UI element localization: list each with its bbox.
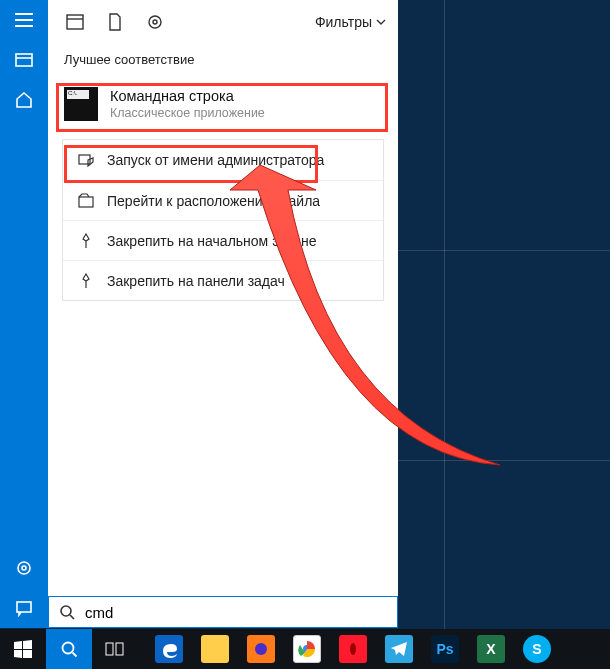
result-text: Командная строка Классическое приложение	[110, 88, 265, 119]
context-pin-start[interactable]: Закрепить на начальном экране	[63, 220, 383, 260]
svg-point-5	[149, 16, 161, 28]
svg-rect-0	[16, 54, 32, 66]
result-title: Командная строка	[110, 88, 265, 105]
recent-icon	[15, 51, 33, 69]
chevron-down-icon	[376, 19, 386, 25]
svg-point-10	[63, 643, 74, 654]
search-result-cmd[interactable]: C:\. Командная строка Классическое прило…	[48, 77, 398, 131]
scope-settings-button[interactable]	[136, 5, 174, 39]
context-label: Запуск от имени администратора	[107, 152, 324, 168]
cortana-rail	[0, 0, 48, 628]
svg-rect-4	[67, 15, 83, 29]
cmd-thumbnail-text: C:\.	[68, 90, 77, 96]
apps-icon	[66, 14, 84, 30]
search-icon	[59, 604, 75, 620]
taskbar-app-photoshop[interactable]: Ps	[422, 629, 468, 669]
taskbar: Ps X S	[0, 629, 610, 669]
search-input-bar[interactable]: cmd	[48, 596, 398, 628]
filters-label: Фильтры	[315, 14, 372, 30]
context-run-as-admin[interactable]: Запуск от имени администратора	[63, 140, 383, 180]
skype-icon: S	[523, 635, 551, 663]
pin-taskbar-icon	[77, 273, 95, 289]
cmd-thumbnail-icon: C:\.	[64, 87, 98, 121]
opera-icon	[339, 635, 367, 663]
taskbar-app-skype[interactable]: S	[514, 629, 560, 669]
svg-rect-12	[116, 643, 123, 655]
search-query-text: cmd	[85, 604, 113, 621]
svg-point-1	[18, 562, 30, 574]
svg-rect-3	[17, 602, 31, 612]
feedback-icon	[15, 599, 33, 617]
rail-feedback-button[interactable]	[0, 588, 48, 628]
rail-menu-button[interactable]	[0, 0, 48, 40]
pin-start-icon	[77, 233, 95, 249]
scope-documents-button[interactable]	[96, 5, 134, 39]
document-icon	[108, 13, 122, 31]
taskbar-app-firefox[interactable]	[238, 629, 284, 669]
chrome-icon	[293, 635, 321, 663]
hamburger-icon	[15, 13, 33, 27]
panel-top-bar: Фильтры	[48, 0, 398, 44]
taskview-button[interactable]	[92, 629, 138, 669]
svg-point-6	[153, 20, 157, 24]
taskbar-app-edge[interactable]	[146, 629, 192, 669]
gear-icon	[146, 13, 164, 31]
shield-admin-icon	[77, 152, 95, 168]
search-icon	[60, 640, 78, 658]
svg-rect-8	[79, 197, 93, 207]
excel-icon: X	[477, 635, 505, 663]
svg-point-13	[255, 643, 267, 655]
scope-apps-button[interactable]	[56, 5, 94, 39]
best-match-label: Лучшее соответствие	[48, 44, 398, 77]
svg-point-2	[22, 566, 26, 570]
taskbar-app-telegram[interactable]	[376, 629, 422, 669]
svg-point-17	[350, 643, 356, 655]
rail-settings-button[interactable]	[0, 548, 48, 588]
result-subtitle: Классическое приложение	[110, 106, 265, 120]
photoshop-icon: Ps	[431, 635, 459, 663]
taskbar-app-chrome[interactable]	[284, 629, 330, 669]
open-location-icon	[77, 193, 95, 209]
edge-icon	[155, 635, 183, 663]
svg-rect-11	[106, 643, 113, 655]
search-panel: Фильтры Лучшее соответствие C:\. Командн…	[48, 0, 398, 628]
desktop-divider	[444, 0, 445, 669]
svg-point-9	[61, 606, 71, 616]
context-pin-taskbar[interactable]: Закрепить на панели задач	[63, 260, 383, 300]
start-button[interactable]	[0, 629, 46, 669]
telegram-icon	[385, 635, 413, 663]
taskbar-app-explorer[interactable]	[192, 629, 238, 669]
firefox-icon	[247, 635, 275, 663]
windows-logo-icon	[14, 640, 32, 658]
taskbar-app-opera[interactable]	[330, 629, 376, 669]
context-label: Закрепить на панели задач	[107, 273, 285, 289]
context-open-location[interactable]: Перейти к расположению файла	[63, 180, 383, 220]
rail-home-button[interactable]	[0, 80, 48, 120]
context-menu: Запуск от имени администратора Перейти к…	[62, 139, 384, 301]
rail-recent-button[interactable]	[0, 40, 48, 80]
filters-dropdown[interactable]: Фильтры	[313, 10, 388, 34]
context-label: Закрепить на начальном экране	[107, 233, 317, 249]
taskview-icon	[105, 641, 125, 657]
gear-icon	[15, 559, 33, 577]
context-label: Перейти к расположению файла	[107, 193, 320, 209]
taskbar-search-button[interactable]	[46, 629, 92, 669]
folder-icon	[201, 635, 229, 663]
home-icon	[15, 91, 33, 109]
taskbar-app-excel[interactable]: X	[468, 629, 514, 669]
